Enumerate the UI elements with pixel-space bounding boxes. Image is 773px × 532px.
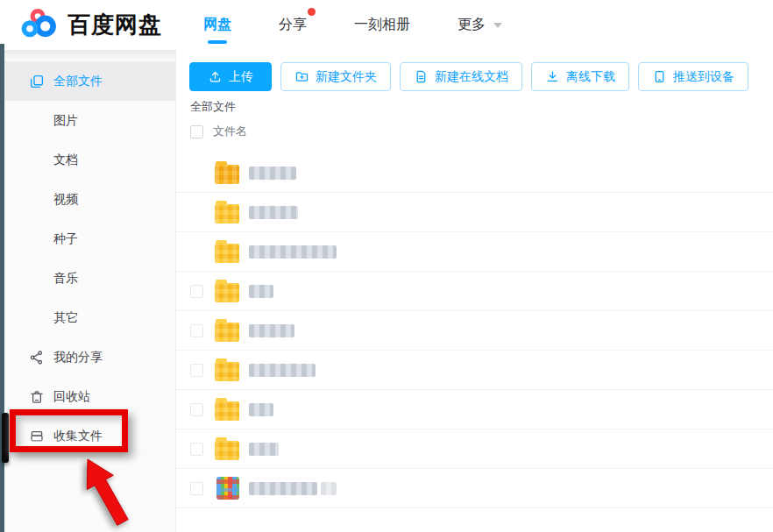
file-list [176, 153, 773, 508]
censored-filename [249, 482, 317, 495]
brand-logo[interactable]: 百度网盘 [19, 7, 162, 42]
nav-item-label: 网盘 [203, 16, 231, 34]
nav-item-wangpan[interactable]: 网盘 [203, 0, 231, 50]
sidebar: 全部文件 图片 文档 视频 种子 音乐 其它 我的分享 回收站 收集文件 [4, 50, 176, 532]
toolbar-button-label: 上传 [229, 69, 253, 85]
file-toolbar: 上传 新建文件夹 新建在线文档 离线下载 推送到设备 [189, 62, 748, 91]
sidebar-list: 全部文件 图片 文档 视频 种子 音乐 其它 我的分享 回收站 收集文件 [4, 61, 175, 456]
censored-filename [249, 245, 337, 259]
breadcrumb: 全部文件 [190, 99, 236, 115]
censored-filename [249, 285, 273, 298]
file-row[interactable] [176, 429, 773, 469]
censored-filename [249, 403, 273, 416]
nav-item-label: 更多 [457, 16, 486, 34]
active-tab-underline [208, 40, 227, 44]
upload-icon [208, 69, 223, 84]
file-row[interactable] [176, 193, 773, 232]
toolbar-button-label: 离线下载 [566, 69, 615, 85]
censored-filename [249, 167, 296, 180]
push-to-device-button[interactable]: 推送到设备 [638, 62, 748, 91]
primary-nav: 网盘 分享 一刻相册 更多 [203, 0, 502, 50]
sidebar-item-others[interactable]: 其它 [4, 298, 175, 337]
file-row[interactable] [176, 311, 773, 351]
chevron-down-icon [493, 23, 502, 28]
row-checkbox[interactable] [190, 324, 203, 337]
sidebar-item-label: 种子 [53, 231, 78, 247]
nav-item-album[interactable]: 一刻相册 [354, 0, 410, 50]
archive-file-icon [216, 477, 239, 500]
sidebar-item-music[interactable]: 音乐 [4, 259, 175, 298]
sidebar-item-documents[interactable]: 文档 [4, 140, 175, 180]
table-header-row: 文件名 [190, 124, 247, 139]
nav-item-more[interactable]: 更多 [457, 0, 502, 50]
folder-icon [215, 319, 241, 342]
offline-download-icon [545, 69, 560, 84]
censored-filename-suffix [321, 482, 337, 495]
censored-filename [249, 206, 298, 219]
offline-download-button[interactable]: 离线下载 [531, 62, 629, 91]
trash-icon [29, 389, 45, 405]
new-folder-icon [294, 69, 309, 84]
row-checkbox[interactable] [190, 285, 203, 298]
censored-filename [249, 364, 316, 377]
file-row[interactable] [176, 390, 773, 429]
sidebar-item-label: 图片 [53, 113, 78, 129]
censored-filename [249, 324, 294, 337]
folder-icon [215, 161, 241, 184]
sidebar-item-label: 视频 [53, 192, 78, 208]
online-doc-icon [414, 69, 429, 84]
collect-icon [29, 429, 45, 444]
nav-item-label: 分享 [279, 16, 307, 34]
sidebar-item-torrents[interactable]: 种子 [4, 219, 175, 259]
baidu-netdisk-logo-icon [19, 7, 60, 42]
sidebar-item-all-files[interactable]: 全部文件 [4, 61, 175, 101]
sidebar-item-images[interactable]: 图片 [4, 101, 175, 140]
file-row[interactable] [176, 232, 773, 272]
push-device-icon [652, 69, 667, 84]
file-row[interactable] [176, 351, 773, 390]
sidebar-item-label: 我的分享 [53, 350, 103, 365]
sidebar-item-label: 全部文件 [53, 74, 103, 89]
toolbar-button-label: 推送到设备 [673, 69, 734, 85]
sidebar-item-label: 音乐 [53, 271, 78, 287]
toolbar-button-label: 新建文件夹 [316, 69, 377, 85]
new-folder-button[interactable]: 新建文件夹 [280, 62, 391, 91]
new-online-doc-button[interactable]: 新建在线文档 [400, 62, 522, 91]
file-row[interactable] [176, 272, 773, 311]
toolbar-button-label: 新建在线文档 [435, 69, 508, 85]
brand-name: 百度网盘 [67, 10, 162, 40]
sidebar-item-label: 收集文件 [53, 429, 103, 444]
file-row[interactable] [176, 153, 773, 193]
top-header: 百度网盘 网盘 分享 一刻相册 更多 [0, 0, 773, 50]
notification-dot-icon [308, 8, 316, 16]
row-checkbox[interactable] [190, 403, 203, 416]
nav-item-label: 一刻相册 [354, 16, 410, 34]
folder-icon [215, 437, 241, 460]
folder-icon [215, 280, 241, 302]
folder-icon [215, 398, 241, 421]
folder-icon [215, 201, 241, 223]
left-edge-strip [0, 44, 4, 532]
select-all-checkbox[interactable] [190, 125, 203, 138]
share-icon [29, 350, 45, 365]
nav-item-share[interactable]: 分享 [279, 0, 307, 50]
row-checkbox[interactable] [190, 482, 203, 495]
sidebar-item-videos[interactable]: 视频 [4, 180, 175, 219]
row-checkbox[interactable] [190, 364, 203, 377]
censored-filename [249, 443, 279, 456]
sidebar-item-label: 回收站 [53, 389, 90, 405]
sidebar-item-label: 其它 [53, 310, 78, 326]
files-stack-icon [29, 74, 45, 89]
sidebar-item-collect-files[interactable]: 收集文件 [4, 416, 175, 456]
upload-button[interactable]: 上传 [189, 62, 272, 91]
folder-icon [215, 358, 241, 381]
file-row[interactable] [176, 469, 773, 508]
filename-column-header: 文件名 [213, 124, 247, 139]
sidebar-item-my-shares[interactable]: 我的分享 [4, 337, 175, 377]
file-manager-panel: 上传 新建文件夹 新建在线文档 离线下载 推送到设备 全部文件 文件名 [176, 50, 773, 532]
sidebar-item-label: 文档 [53, 153, 78, 168]
row-checkbox[interactable] [190, 443, 203, 456]
folder-icon [215, 240, 241, 263]
baidu-netdisk-app: 百度网盘 网盘 分享 一刻相册 更多 全部文件 图片 文档 视频 [0, 0, 773, 532]
sidebar-item-recycle-bin[interactable]: 回收站 [4, 377, 175, 416]
